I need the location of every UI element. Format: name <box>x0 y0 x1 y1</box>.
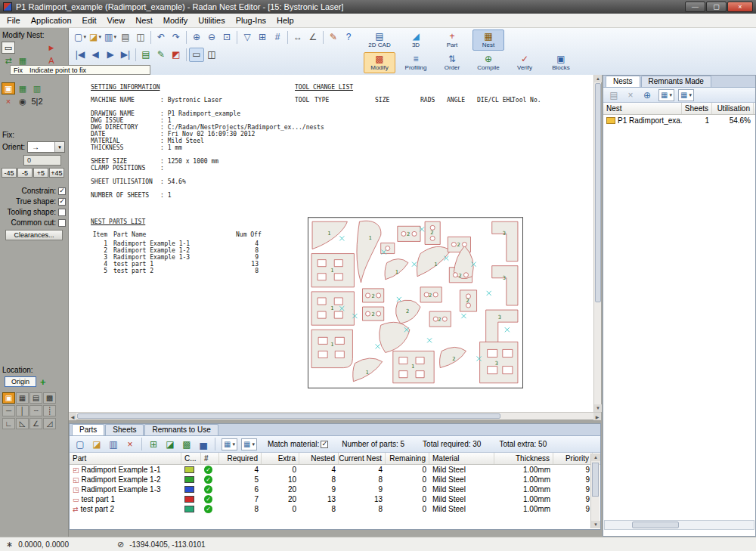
document-area[interactable]: 111111111222222222223333 SETTING INFORMA… <box>69 75 593 412</box>
mode-nest-button[interactable]: ▦Nest <box>472 29 504 51</box>
part-row[interactable]: ◱Radimport Example 1-2✓510880Mild Steel1… <box>70 475 600 484</box>
document-horizontal-scrollbar[interactable]: ◀ ▶ <box>69 412 601 419</box>
mode-verify-button[interactable]: ✓Verify <box>509 52 541 73</box>
filter-icon[interactable]: ▽ <box>240 30 255 45</box>
mode-part-button[interactable]: +Part <box>436 29 468 51</box>
open-parts-list-icon[interactable]: ◪ <box>89 437 104 451</box>
horizontal-snap[interactable]: ─ <box>2 405 15 416</box>
snap-icon[interactable]: # <box>270 30 285 45</box>
tab-nests[interactable]: Nests <box>606 76 640 87</box>
mode-modify-button[interactable]: ▩Modify <box>364 52 395 73</box>
menu-plug-ins[interactable]: Plug-Ins <box>231 14 271 26</box>
delete-nest-icon[interactable]: × <box>623 88 638 102</box>
new-parts-list-icon[interactable]: ▢ <box>73 437 88 451</box>
parts-table-scrollbar[interactable]: ▲ ▼ <box>590 453 600 528</box>
nest-column-nest[interactable]: Nest <box>603 103 682 114</box>
horizontal-scroll-thumb[interactable] <box>77 413 500 419</box>
clearances-button[interactable]: Clearances... <box>5 230 63 240</box>
nests-scrollbar[interactable] <box>604 520 754 530</box>
scroll-down-icon[interactable]: ▼ <box>594 404 602 412</box>
mode-compile-button[interactable]: ⊕Compile <box>472 52 504 73</box>
origin-button[interactable]: Origin <box>5 376 36 387</box>
mode-2d-cad-button[interactable]: ▤2D CAD <box>364 29 395 51</box>
datum-icon[interactable]: + <box>40 377 46 387</box>
menu-edit[interactable]: Edit <box>77 14 102 26</box>
dash-snap[interactable]: ╌ <box>29 405 42 416</box>
part-row[interactable]: ◰Radimport Example 1-1✓40440Mild Steel1.… <box>70 465 600 475</box>
pair-count-tool[interactable]: 5|2 <box>30 95 44 107</box>
edit-sheet-icon[interactable]: ✎ <box>153 48 169 62</box>
column-header-current-nest[interactable]: Current Nest <box>339 453 386 464</box>
nests-filter-combo[interactable]: ▦▾ <box>678 89 694 101</box>
nest-row[interactable]: P1 Radimport_exa...154.6% <box>603 115 755 126</box>
orient-dropdown-icon[interactable]: ▾ <box>54 142 64 152</box>
redo-icon[interactable]: ↷ <box>169 30 184 45</box>
sheet-fill-tool[interactable]: ▥ <box>30 82 44 94</box>
menu-file[interactable]: File <box>2 14 26 26</box>
scroll-right-icon[interactable]: ▶ <box>593 413 601 420</box>
rotate-minus-45-button[interactable]: -45 <box>2 168 17 178</box>
new-icon[interactable]: ▢▾ <box>73 30 88 45</box>
column-header-material[interactable]: Material <box>429 453 494 464</box>
dots-snap[interactable]: ┊ <box>43 405 56 416</box>
zoom-out-icon[interactable]: ⊖ <box>204 30 219 45</box>
common-cut-checkbox[interactable] <box>58 219 66 227</box>
measure-icon[interactable]: ↔ <box>290 30 305 45</box>
save-icon-dropdown[interactable]: ▾ <box>113 34 116 40</box>
open-icon-dropdown[interactable]: ▾ <box>98 34 101 40</box>
parts-scroll-up-icon[interactable]: ▲ <box>591 453 600 461</box>
tab-parts[interactable]: Parts <box>72 424 104 435</box>
angle-snap[interactable]: ∠ <box>29 418 42 429</box>
zoom-window-icon[interactable]: ⊡ <box>219 30 234 45</box>
tab-remnants-to-use[interactable]: Remnants to Use <box>144 424 218 435</box>
tooling-shape-checkbox[interactable] <box>58 209 66 216</box>
minimize-button[interactable]: — <box>685 2 705 12</box>
rotate-plus-5-button[interactable]: +5 <box>33 168 48 178</box>
open-icon[interactable]: ◪▾ <box>88 30 103 45</box>
menu-utilities[interactable]: Utilities <box>193 14 230 26</box>
angle-snap-right[interactable]: ◿ <box>43 418 56 429</box>
constrain-checkbox[interactable]: ✓ <box>58 187 66 195</box>
parts-filter-combo[interactable]: ▦▾ <box>241 438 257 450</box>
undo-icon[interactable]: ↶ <box>153 30 169 45</box>
nests-scroll-thumb[interactable] <box>632 522 679 528</box>
tab-sheets[interactable]: Sheets <box>105 424 144 435</box>
print-icon[interactable]: ▤ <box>118 30 133 45</box>
menu-modify[interactable]: Modify <box>158 14 193 26</box>
save-parts-list-icon[interactable]: ▥ <box>106 437 121 451</box>
menu-help[interactable]: Help <box>271 14 299 26</box>
nests-view-combo[interactable]: ▦▾ <box>658 89 674 101</box>
part-folder-icon[interactable]: ◪ <box>163 437 178 451</box>
column-header-nested[interactable]: Nested <box>299 453 339 464</box>
parts-scroll-down-icon[interactable]: ▼ <box>591 521 600 528</box>
rotate-minus-5-button[interactable]: -5 <box>17 168 33 178</box>
scroll-left-icon[interactable]: ◀ <box>69 413 76 420</box>
column-header-c[interactable]: C... <box>181 453 201 464</box>
scroll-up-icon[interactable]: ▲ <box>594 75 602 82</box>
nest-column-utilisation[interactable]: Utilisation <box>712 103 754 114</box>
zoom-in-icon[interactable]: ⊕ <box>189 30 204 45</box>
mode-3d-button[interactable]: ◢3D <box>400 29 432 51</box>
nest-column-sheets[interactable]: Sheets <box>682 103 712 114</box>
material-icon[interactable]: ▩ <box>179 437 194 451</box>
angle-input[interactable]: 0 <box>23 155 61 166</box>
tab-remnants-made[interactable]: Remnants Made <box>641 76 711 87</box>
grid-icon[interactable]: ⊞ <box>255 30 270 45</box>
menu-nest[interactable]: Nest <box>130 14 158 26</box>
inspect-tool[interactable]: ◉ <box>16 95 29 107</box>
annotate-icon[interactable]: ✎ <box>326 30 341 45</box>
origin-snap[interactable]: ▣ <box>2 392 15 404</box>
match-material-checkbox[interactable]: ✓ <box>321 441 328 448</box>
next-sheet-icon[interactable]: ▶ <box>103 48 118 62</box>
column-header-required[interactable]: Required <box>219 453 262 464</box>
part-row[interactable]: ◳Radimport Example 1-3✓620990Mild Steel1… <box>70 484 600 494</box>
true-shape-checkbox[interactable]: ✓ <box>58 198 66 206</box>
interactive-nest-tool[interactable]: ▣ <box>2 82 15 94</box>
angle-measure-icon[interactable]: ∠ <box>305 30 321 45</box>
first-sheet-icon[interactable]: |◀ <box>73 48 88 62</box>
column-header-priority[interactable]: Priority <box>553 453 593 464</box>
delete-part-tool[interactable]: × <box>2 95 15 107</box>
sheet-list-icon[interactable]: ▤ <box>138 48 153 62</box>
prev-sheet-icon[interactable]: ◀ <box>88 48 103 62</box>
parts-scroll-thumb[interactable] <box>592 463 599 497</box>
